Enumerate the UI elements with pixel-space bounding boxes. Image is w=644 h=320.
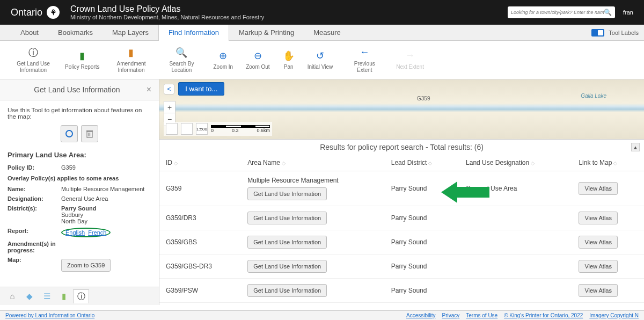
tab-bookmarks[interactable]: Bookmarks <box>48 25 103 41</box>
cell-designation <box>459 279 572 303</box>
toolbar-amendment-information[interactable]: ▮Amendment Information <box>106 43 156 76</box>
toolbar-icon: ⊖ <box>252 50 264 62</box>
polygon-label: G359 <box>417 96 430 101</box>
tab-measure[interactable]: Measure <box>304 25 350 41</box>
legend-tab-icon[interactable]: ☰ <box>39 289 55 303</box>
footer-link[interactable]: Privacy <box>442 312 459 318</box>
toolbar-icon: ✋ <box>283 50 295 62</box>
i-want-to-button[interactable]: I want to... <box>178 82 224 96</box>
column-header[interactable]: Lead District◇ <box>385 155 459 171</box>
scale-input[interactable]: 1:500 <box>196 123 208 135</box>
column-header[interactable]: Land Use Designation◇ <box>459 155 572 171</box>
designation-label: Designation: <box>8 195 61 202</box>
map-label: Map: <box>8 257 61 272</box>
toolbar-icon: ▮ <box>125 47 137 59</box>
view-atlas-button[interactable]: View Atlas <box>579 236 618 249</box>
language-link[interactable]: fran <box>623 9 633 16</box>
reports-tab-icon[interactable]: ▮ <box>56 289 72 303</box>
designation-value: General Use Area <box>61 195 151 202</box>
cell-area-name: Multiple Resource ManagementGet Land Use… <box>241 171 385 206</box>
basemap-icon[interactable] <box>181 123 193 135</box>
view-atlas-button[interactable]: View Atlas <box>579 182 618 195</box>
cell-link-to-map: View Atlas <box>572 279 644 303</box>
cell-link-to-map: View Atlas <box>572 171 644 206</box>
home-tab-icon[interactable]: ⌂ <box>4 289 20 303</box>
toolbar-initial-view[interactable]: ↺Initial View <box>301 43 340 76</box>
tool-labels-toggle[interactable]: Tool Labels <box>591 29 639 37</box>
cell-lead-district: Parry Sound <box>385 230 459 254</box>
view-atlas-button[interactable]: View Atlas <box>579 260 618 273</box>
cell-id: G359/DR3 <box>159 206 241 230</box>
table-row: G359/DR3 Get Land Use Information Parry … <box>159 206 644 230</box>
footer-link[interactable]: © King's Printer for Ontario, 2022 <box>504 312 583 318</box>
tab-map-layers[interactable]: Map Layers <box>103 25 158 41</box>
toolbar-pan[interactable]: ✋Pan <box>276 43 301 76</box>
toolbar-icon: ⊕ <box>217 50 229 62</box>
districts-label: District(s): <box>8 205 61 224</box>
toolbar-search-by-location[interactable]: 🔍Search By Location <box>156 43 207 76</box>
cell-lead-district: Parry Sound <box>385 206 459 230</box>
tab-about[interactable]: About <box>11 25 48 41</box>
close-icon[interactable]: × <box>147 85 151 94</box>
toolbar-icon: ↺ <box>314 50 326 62</box>
search-icon[interactable]: 🔍 <box>604 9 612 16</box>
map-canvas[interactable]: < I want to... + − G359 Galla Lake 1:500… <box>159 79 644 140</box>
report-english-link[interactable]: English <box>65 229 85 236</box>
search-input[interactable] <box>511 10 604 15</box>
get-land-use-info-button[interactable]: Get Land Use Information <box>247 187 327 200</box>
area-name-text: Multiple Resource Management <box>247 177 378 184</box>
footer-link[interactable]: Accessibility <box>406 312 435 318</box>
identify-point-button[interactable] <box>61 125 78 142</box>
scale-area: 1:500 0 0.3 0.6km <box>164 122 272 136</box>
toolbar-icon: ⓘ <box>27 47 39 59</box>
tab-markup-printing[interactable]: Markup & Printing <box>229 25 304 41</box>
get-land-use-info-button[interactable]: Get Land Use Information <box>247 212 327 224</box>
footer-powered-by[interactable]: Powered by Land Information Ontario <box>5 312 94 318</box>
app-title: Crown Land Use Policy Atlas <box>70 4 264 14</box>
collapse-results-icon[interactable]: ▲ <box>631 143 640 151</box>
get-land-use-info-button[interactable]: Get Land Use Information <box>247 284 327 297</box>
column-header[interactable]: Area Name◇ <box>241 155 385 171</box>
map-back-button[interactable]: < <box>164 84 174 94</box>
cell-lead-district: Parry Sound <box>385 279 459 303</box>
sort-icon: ◇ <box>531 161 535 166</box>
toolbar-label: Pan <box>284 64 294 70</box>
title-block: Crown Land Use Policy Atlas Ministry of … <box>70 4 264 20</box>
clear-button[interactable] <box>81 125 98 142</box>
toolbar-label: Zoom Out <box>246 64 269 70</box>
toolbar-get-land-use-information[interactable]: ⓘGet Land Use Information <box>8 43 58 76</box>
layers-tab-icon[interactable]: ◆ <box>21 289 38 303</box>
footer-link[interactable]: Imagery Copyright N <box>589 312 639 318</box>
column-header[interactable]: Link to Map◇ <box>572 155 644 171</box>
get-land-use-info-button[interactable]: Get Land Use Information <box>247 236 327 249</box>
footer-link[interactable]: Terms of Use <box>466 312 497 318</box>
get-land-use-info-button[interactable]: Get Land Use Information <box>247 260 327 273</box>
toolbar-policy-reports[interactable]: ▮Policy Reports <box>58 43 106 76</box>
toolbar-previous-extent[interactable]: ←Previous Extent <box>339 43 390 76</box>
toolbar-zoom-out[interactable]: ⊖Zoom Out <box>239 43 276 76</box>
overlay-note: Overlay Policy(s) applies to some areas <box>8 175 151 181</box>
toolbar-label: Initial View <box>308 64 333 70</box>
cell-id: G359/GBS-DR3 <box>159 254 241 279</box>
toolbar-icon: ← <box>358 47 370 59</box>
cell-area-name: Get Land Use Information <box>241 279 385 303</box>
zoom-to-button[interactable]: Zoom to G359 <box>61 259 111 272</box>
panel-title: Get Land Use Information <box>8 85 147 94</box>
sort-icon: ◇ <box>428 161 432 166</box>
cell-link-to-map: View Atlas <box>572 206 644 230</box>
overview-map-icon[interactable] <box>166 123 178 135</box>
info-tab-icon[interactable]: ⓘ <box>73 289 89 303</box>
tab-find-information[interactable]: Find Information <box>158 25 229 41</box>
view-atlas-button[interactable]: View Atlas <box>579 212 618 224</box>
zoom-in-button[interactable]: + <box>164 101 175 113</box>
sort-icon: ◇ <box>282 161 286 166</box>
table-row: G359 Multiple Resource ManagementGet Lan… <box>159 171 644 206</box>
view-atlas-button[interactable]: View Atlas <box>579 284 618 297</box>
toolbar-zoom-in[interactable]: ⊕Zoom In <box>207 43 239 76</box>
header-search[interactable]: 🔍 <box>508 6 615 18</box>
toggle-switch-icon[interactable] <box>591 29 604 37</box>
policy-id-value: G359 <box>61 164 151 171</box>
column-header[interactable]: ID◇ <box>159 155 241 171</box>
report-french-link[interactable]: French <box>88 229 106 236</box>
svg-point-0 <box>66 130 72 137</box>
